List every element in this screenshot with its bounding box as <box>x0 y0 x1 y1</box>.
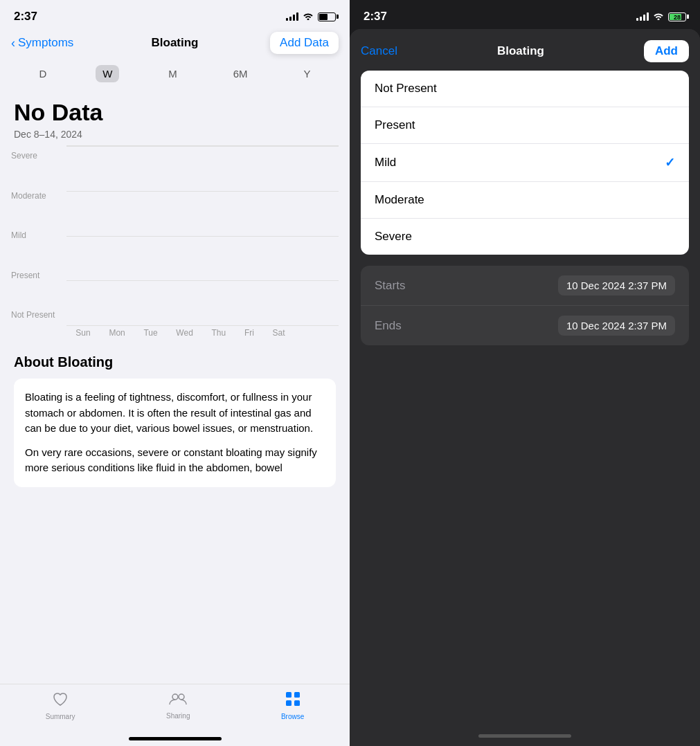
status-bar-right: 2:37 28 <box>350 0 700 29</box>
svg-rect-2 <box>286 692 291 698</box>
starts-value[interactable]: 10 Dec 2024 2:37 PM <box>558 275 675 295</box>
chart-body <box>66 145 339 325</box>
nav-bar-left: ‹ Symptoms Bloating Add Data <box>0 29 350 60</box>
tab-sharing[interactable]: Sharing <box>166 692 190 720</box>
ends-label: Ends <box>375 319 402 333</box>
day-mon: Mon <box>109 328 125 338</box>
checkmark-icon: ✓ <box>665 155 675 170</box>
no-data-title: No Data <box>14 99 336 126</box>
tab-browse[interactable]: Browse <box>281 691 304 720</box>
day-sun: Sun <box>75 328 90 338</box>
about-title: About Bloating <box>14 354 336 370</box>
home-indicator-right <box>478 734 571 738</box>
no-data-section: No Data Dec 8–14, 2024 <box>0 88 350 145</box>
tab-browse-label: Browse <box>281 713 304 720</box>
filter-d[interactable]: D <box>32 65 53 82</box>
tab-sharing-label: Sharing <box>166 712 190 720</box>
datetime-section: Starts 10 Dec 2024 2:37 PM Ends 10 Dec 2… <box>361 266 689 345</box>
chart-area: Severe Moderate Mild Present Not Present <box>11 145 339 325</box>
y-label-mild: Mild <box>11 230 66 240</box>
status-icons-right: 28 <box>636 10 686 23</box>
status-bar-left: 2:37 <box>0 0 350 29</box>
day-wed: Wed <box>176 328 192 338</box>
signal-icon-left <box>286 12 298 21</box>
tab-bar-left: Summary Sharing Browse <box>0 684 350 734</box>
y-label-severe: Severe <box>11 151 66 161</box>
svg-rect-4 <box>286 700 291 706</box>
cancel-button[interactable]: Cancel <box>361 44 397 58</box>
picker-option-moderate[interactable]: Moderate <box>361 182 689 219</box>
picker-option-severe[interactable]: Severe <box>361 219 689 255</box>
heart-icon <box>52 691 69 711</box>
back-button[interactable]: ‹ Symptoms <box>11 36 73 51</box>
picker-card: Not Present Present Mild ✓ Moderate Seve… <box>361 71 689 255</box>
option-label-severe: Severe <box>375 230 412 244</box>
time-left: 2:37 <box>14 10 37 24</box>
time-filter-bar: D W M 6M Y <box>0 60 350 88</box>
y-axis-labels: Severe Moderate Mild Present Not Present <box>11 145 66 325</box>
day-thu: Thu <box>212 328 226 338</box>
option-label-mild: Mild <box>375 156 396 170</box>
modal-nav: Cancel Bloating Add <box>350 29 700 71</box>
option-label-not-present: Not Present <box>375 82 437 95</box>
filter-w[interactable]: W <box>96 65 119 82</box>
day-labels: Sun Mon Tue Wed Thu Fri Sat <box>0 325 350 340</box>
picker-option-not-present[interactable]: Not Present <box>361 71 689 107</box>
chevron-left-icon: ‹ <box>11 36 15 51</box>
ends-value[interactable]: 10 Dec 2024 2:37 PM <box>558 316 675 336</box>
day-tue: Tue <box>143 328 157 338</box>
svg-point-1 <box>179 694 184 700</box>
back-label[interactable]: Symptoms <box>18 36 73 50</box>
wifi-icon-right <box>653 10 664 23</box>
battery-number: 28 <box>674 14 681 21</box>
about-card: Bloating is a feeling of tightness, disc… <box>14 379 336 487</box>
ends-row[interactable]: Ends 10 Dec 2024 2:37 PM <box>361 306 689 345</box>
filter-m[interactable]: M <box>161 65 184 82</box>
time-right: 2:37 <box>364 10 387 24</box>
starts-label: Starts <box>375 279 405 293</box>
browse-icon <box>285 691 300 711</box>
starts-row[interactable]: Starts 10 Dec 2024 2:37 PM <box>361 266 689 306</box>
page-title-left: Bloating <box>152 36 199 50</box>
sharing-icon <box>169 692 187 710</box>
picker-option-mild[interactable]: Mild ✓ <box>361 144 689 182</box>
picker-option-present[interactable]: Present <box>361 107 689 144</box>
day-fri: Fri <box>244 328 254 338</box>
modal-title: Bloating <box>497 44 544 58</box>
left-panel: 2:37 ‹ Symptoms Bloating Add Data D <box>0 0 350 746</box>
home-indicator-left <box>129 737 222 740</box>
battery-icon-right: 28 <box>668 12 686 21</box>
tab-summary[interactable]: Summary <box>46 691 75 720</box>
tab-summary-label: Summary <box>46 713 75 720</box>
signal-icon-right <box>636 12 649 21</box>
right-panel: 2:37 28 Cancel Bloating Add <box>350 0 700 746</box>
y-label-not-present: Not Present <box>11 310 66 320</box>
add-button[interactable]: Add <box>644 40 689 62</box>
date-range: Dec 8–14, 2024 <box>14 129 336 140</box>
svg-rect-5 <box>294 700 300 706</box>
option-label-present: Present <box>375 118 415 132</box>
y-label-moderate: Moderate <box>11 191 66 201</box>
y-label-present: Present <box>11 271 66 280</box>
filter-y[interactable]: Y <box>297 65 318 82</box>
option-label-moderate: Moderate <box>375 193 424 207</box>
modal-container: Cancel Bloating Add Not Present Present … <box>350 29 700 746</box>
about-paragraph-2: On very rare occasions, severe or consta… <box>25 445 325 476</box>
wifi-icon-left <box>303 12 314 22</box>
about-section: About Bloating Bloating is a feeling of … <box>0 340 350 494</box>
battery-icon-left <box>318 12 336 21</box>
svg-rect-3 <box>294 692 300 698</box>
about-paragraph-1: Bloating is a feeling of tightness, disc… <box>25 390 325 437</box>
svg-point-0 <box>172 694 178 700</box>
filter-6m[interactable]: 6M <box>226 65 255 82</box>
day-sat: Sat <box>273 328 285 338</box>
add-data-button[interactable]: Add Data <box>270 32 339 54</box>
status-icons-left <box>286 12 336 22</box>
